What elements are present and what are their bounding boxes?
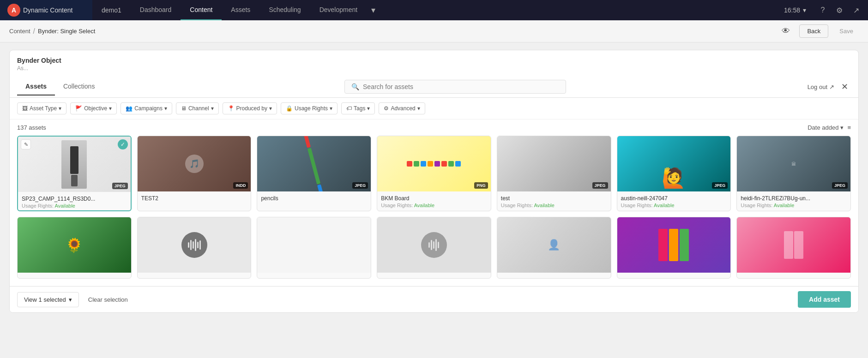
main-content: Bynder Object As... Assets Collections 🔍… [0,42,868,320]
filter-tags[interactable]: 🏷 Tags ▾ [341,102,375,114]
logout-button[interactable]: Log out ↗ [808,84,834,90]
panel-subtitle: As... [10,64,858,76]
exit-icon[interactable]: ↗ [849,3,863,18]
objective-icon: 🚩 [75,105,82,112]
asset-thumbnail-10 [377,217,491,273]
asset-rights-3: Usage Rights: Available [381,203,487,208]
asset-info-6: heidi-fin-2TLREZi7BUg-un... Usage Rights… [737,191,850,210]
asset-edit-icon-0[interactable]: ✎ [21,139,31,149]
asset-thumbnail-12 [617,217,731,273]
filter-advanced[interactable]: ⚙ Advanced ▾ [379,102,425,114]
help-icon[interactable]: ? [815,3,830,18]
view-selected-button[interactable]: View 1 selected ▾ [17,292,79,307]
filter-bar: 🖼 Asset Type ▾ 🚩 Objective ▾ 👥 Campaigns… [10,98,858,119]
nav-tab-assets[interactable]: Assets [222,0,259,20]
logout-area: Log out ↗ ✕ [800,80,858,93]
tab-assets[interactable]: Assets [17,78,55,95]
nav-tab-scheduling[interactable]: Scheduling [259,0,310,20]
search-input[interactable] [363,83,559,90]
logout-arrow-icon: ↗ [829,84,834,90]
app-icon: A [7,4,20,17]
objective-chevron: ▾ [109,105,112,112]
asset-info-9 [257,273,371,278]
breadcrumb-separator: / [33,27,35,36]
tabs-container: Assets Collections [10,78,110,95]
filter-campaigns[interactable]: 👥 Campaigns ▾ [121,102,172,114]
asset-card-10[interactable] [377,217,491,279]
asset-badge-5: JPEG [712,182,728,189]
asset-thumbnail-8 [138,217,251,273]
asset-select-icon-0: ✓ [118,139,128,149]
view-selected-chevron: ▾ [69,296,72,303]
close-button[interactable]: ✕ [838,80,851,93]
filter-produced-by[interactable]: 📍 Produced by ▾ [223,102,277,114]
asset-card-3[interactable]: PNG BKM Board Usage Rights: Available [377,136,491,211]
time-dropdown-icon[interactable]: ▾ [803,6,806,14]
asset-info-1: TEST2 [138,191,251,203]
asset-card-2[interactable]: JPEG pencils [257,136,371,211]
usage-rights-icon: 🔒 [286,105,293,112]
search-box: 🔍 [344,80,566,94]
asset-card-1[interactable]: 🎵 INDD TEST2 [137,136,252,211]
asset-info-11 [497,273,611,278]
asset-card-5[interactable]: 🙋 JPEG austin-neill-247047 Usage Rights:… [617,136,731,211]
nav-tab-dashboard[interactable]: Dashboard [131,0,181,20]
filter-channel[interactable]: 🖥 Channel ▾ [176,102,219,114]
asset-thumbnail-7: 🌻 [18,217,131,273]
filter-objective[interactable]: 🚩 Objective ▾ [70,102,117,114]
asset-info-13 [737,273,850,278]
panel-title: Bynder Object [10,50,858,64]
nav-tab-content[interactable]: Content [181,0,222,20]
asset-card-7[interactable]: 🌻 [17,217,132,279]
assets-header: 137 assets Date added ▾ ≡ [10,119,858,136]
sort-order-icon: ≡ [847,124,851,131]
asset-thumbnail-3 [377,136,491,191]
back-button[interactable]: Back [799,24,828,38]
tabs-search-row: Assets Collections 🔍 Log out ↗ ✕ [10,76,858,98]
clear-selection-button[interactable]: Clear selection [83,292,133,307]
assets-grid: ✎ ✓ JPEG SP23_CAMP_1114_RS3D0... Usage R… [10,136,858,286]
asset-info-3: BKM Board Usage Rights: Available [377,191,491,210]
asset-info-2: pencils [257,191,371,203]
sort-date-button[interactable]: Date added ▾ [808,124,844,131]
app-logo: A Dynamic Content [0,0,92,20]
asset-card-11[interactable]: 👤 [497,217,611,279]
channel-chevron: ▾ [211,105,214,112]
app-title: Dynamic Content [23,6,72,14]
bynder-panel: Bynder Object As... Assets Collections 🔍… [9,50,859,313]
search-container: 🔍 [110,76,800,97]
save-button[interactable]: Save [834,25,859,37]
asset-card-12[interactable] [617,217,731,279]
asset-name-2: pencils [261,195,367,202]
asset-card-8[interactable] [137,217,252,279]
asset-info-0: SP23_CAMP_1114_RS3D0... Usage Rights: Av… [18,192,131,210]
asset-card-13[interactable] [736,217,851,279]
produced-by-chevron: ▾ [269,105,272,112]
asset-card-4[interactable]: JPEG test Usage Rights: Available [497,136,611,211]
asset-name-1: TEST2 [141,195,247,202]
preview-button[interactable]: 👁 [778,24,794,38]
asset-card-0[interactable]: ✎ ✓ JPEG SP23_CAMP_1114_RS3D0... Usage R… [17,136,132,211]
settings-icon[interactable]: ⚙ [832,3,847,18]
nav-tab-development[interactable]: Development [310,0,367,20]
tags-icon: 🏷 [346,105,352,112]
sort-order-button[interactable]: ≡ [847,124,851,131]
filter-usage-rights[interactable]: 🔒 Usage Rights ▾ [281,102,338,114]
asset-card-9[interactable] [257,217,371,279]
asset-rights-4: Usage Rights: Available [501,203,607,208]
breadcrumb-parent[interactable]: Content [9,28,30,35]
filter-asset-type[interactable]: 🖼 Asset Type ▾ [17,102,66,114]
asset-type-icon: 🖼 [22,105,28,112]
nav-more-button[interactable]: ▾ [367,5,380,15]
tab-collections[interactable]: Collections [55,78,103,95]
bottom-bar: View 1 selected ▾ Clear selection Add as… [10,286,858,312]
asset-card-6[interactable]: 🏛 JPEG heidi-fin-2TLREZi7BUg-un... Usage… [736,136,851,211]
top-navigation: A Dynamic Content demo1 Dashboard Conten… [0,0,868,20]
assets-count: 137 assets [17,124,46,131]
asset-badge-4: JPEG [592,182,608,189]
add-asset-button[interactable]: Add asset [798,291,851,308]
asset-name-5: austin-neill-247047 [621,195,727,202]
sort-control: Date added ▾ ≡ [808,124,851,131]
asset-info-12 [617,273,731,278]
bottom-bar-left: View 1 selected ▾ Clear selection [17,292,133,307]
